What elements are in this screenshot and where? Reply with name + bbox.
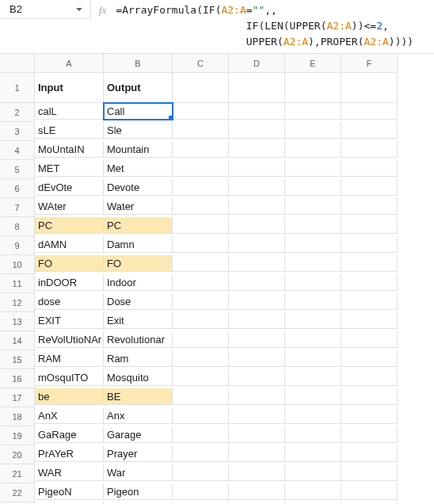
cell-C2[interactable] xyxy=(173,103,229,120)
cell-E8[interactable] xyxy=(285,217,341,234)
row-header-7[interactable]: 7 xyxy=(0,198,35,217)
cell-B4[interactable]: Mountain xyxy=(104,141,173,158)
cell-B18[interactable]: Anx xyxy=(104,407,173,424)
row-header-4[interactable]: 4 xyxy=(0,141,35,160)
cell-F3[interactable] xyxy=(341,122,398,139)
cell-F16[interactable] xyxy=(341,369,398,386)
cell-B13[interactable]: Exit xyxy=(104,312,173,329)
cell-F2[interactable] xyxy=(341,103,398,120)
cell-B2[interactable]: Call xyxy=(104,103,173,120)
cell-C3[interactable] xyxy=(173,122,229,139)
row-header-3[interactable]: 3 xyxy=(0,122,35,141)
cell-E6[interactable] xyxy=(285,179,341,196)
cell-E19[interactable] xyxy=(285,426,341,443)
cell-A2[interactable]: calL xyxy=(35,103,104,120)
cell-D9[interactable] xyxy=(229,236,285,253)
cell-E3[interactable] xyxy=(285,122,341,139)
cell-F17[interactable] xyxy=(341,388,398,405)
cell-F10[interactable] xyxy=(341,255,398,272)
cell-B19[interactable]: Garage xyxy=(104,426,173,443)
cell-B6[interactable]: Devote xyxy=(104,179,173,196)
cell-A21[interactable]: WAR xyxy=(35,464,104,481)
row-header-22[interactable]: 22 xyxy=(0,483,35,502)
cell-A13[interactable]: EXIT xyxy=(35,312,104,329)
cell-A7[interactable]: WAter xyxy=(35,198,104,215)
cell-D8[interactable] xyxy=(229,217,285,234)
row-header-10[interactable]: 10 xyxy=(0,255,35,274)
cell-E15[interactable] xyxy=(285,350,341,367)
cell-D15[interactable] xyxy=(229,350,285,367)
row-header-14[interactable]: 14 xyxy=(0,331,35,350)
cell-E20[interactable] xyxy=(285,445,341,462)
cell-B14[interactable]: Revolutionar xyxy=(104,331,173,348)
row-header-2[interactable]: 2 xyxy=(0,103,35,122)
cell-D16[interactable] xyxy=(229,369,285,386)
cell-F18[interactable] xyxy=(341,407,398,424)
cell-C17[interactable] xyxy=(173,388,229,405)
row-header-6[interactable]: 6 xyxy=(0,179,35,198)
cell-F22[interactable] xyxy=(341,483,398,500)
cell-C4[interactable] xyxy=(173,141,229,158)
cell-A20[interactable]: PrAYeR xyxy=(35,445,104,462)
cell-D19[interactable] xyxy=(229,426,285,443)
cell-C18[interactable] xyxy=(173,407,229,424)
cell-E5[interactable] xyxy=(285,160,341,177)
cell-B11[interactable]: Indoor xyxy=(104,274,173,291)
column-header-F[interactable]: F xyxy=(341,54,398,73)
cell-A11[interactable]: inDOOR xyxy=(35,274,104,291)
cell-F15[interactable] xyxy=(341,350,398,367)
column-header-E[interactable]: E xyxy=(285,54,341,73)
cell-E12[interactable] xyxy=(285,293,341,310)
cell-B16[interactable]: Mosquito xyxy=(104,369,173,386)
cell-B1[interactable]: Output xyxy=(104,73,173,103)
cell-D10[interactable] xyxy=(229,255,285,272)
cell-E21[interactable] xyxy=(285,464,341,481)
cell-E2[interactable] xyxy=(285,103,341,120)
cell-F13[interactable] xyxy=(341,312,398,329)
name-box[interactable]: B2 xyxy=(0,0,91,19)
column-header-B[interactable]: B xyxy=(104,54,173,73)
cell-D2[interactable] xyxy=(229,103,285,120)
cell-C16[interactable] xyxy=(173,369,229,386)
row-header-11[interactable]: 11 xyxy=(0,274,35,293)
cell-E17[interactable] xyxy=(285,388,341,405)
cell-A16[interactable]: mOsquITO xyxy=(35,369,104,386)
cell-C5[interactable] xyxy=(173,160,229,177)
cell-D14[interactable] xyxy=(229,331,285,348)
row-header-21[interactable]: 21 xyxy=(0,464,35,483)
cell-E9[interactable] xyxy=(285,236,341,253)
cell-C11[interactable] xyxy=(173,274,229,291)
cell-C12[interactable] xyxy=(173,293,229,310)
cell-C10[interactable] xyxy=(173,255,229,272)
cell-D13[interactable] xyxy=(229,312,285,329)
cell-D11[interactable] xyxy=(229,274,285,291)
cell-A10[interactable]: FO xyxy=(35,255,104,272)
cell-D5[interactable] xyxy=(229,160,285,177)
formula-text[interactable]: =ArrayFormula(IF(A2:A="",, IF(LEN(UPPER(… xyxy=(116,2,413,50)
cell-A6[interactable]: dEvOte xyxy=(35,179,104,196)
cell-B21[interactable]: War xyxy=(104,464,173,481)
cell-C8[interactable] xyxy=(173,217,229,234)
cell-D17[interactable] xyxy=(229,388,285,405)
cell-C21[interactable] xyxy=(173,464,229,481)
cell-C9[interactable] xyxy=(173,236,229,253)
cell-C22[interactable] xyxy=(173,483,229,500)
cell-B17[interactable]: BE xyxy=(104,388,173,405)
chevron-down-icon[interactable] xyxy=(76,8,82,11)
cell-F5[interactable] xyxy=(341,160,398,177)
row-header-8[interactable]: 8 xyxy=(0,217,35,236)
cell-E1[interactable] xyxy=(285,73,341,103)
row-header-5[interactable]: 5 xyxy=(0,160,35,179)
row-header-13[interactable]: 13 xyxy=(0,312,35,331)
cell-F8[interactable] xyxy=(341,217,398,234)
cell-B22[interactable]: Pigeon xyxy=(104,483,173,500)
cell-A14[interactable]: ReVolUtioNAr xyxy=(35,331,104,348)
cell-A19[interactable]: GaRage xyxy=(35,426,104,443)
cell-C6[interactable] xyxy=(173,179,229,196)
row-header-19[interactable]: 19 xyxy=(0,426,35,445)
cell-D21[interactable] xyxy=(229,464,285,481)
row-header-17[interactable]: 17 xyxy=(0,388,35,407)
cell-E13[interactable] xyxy=(285,312,341,329)
column-header-C[interactable]: C xyxy=(173,54,229,73)
cell-A18[interactable]: AnX xyxy=(35,407,104,424)
